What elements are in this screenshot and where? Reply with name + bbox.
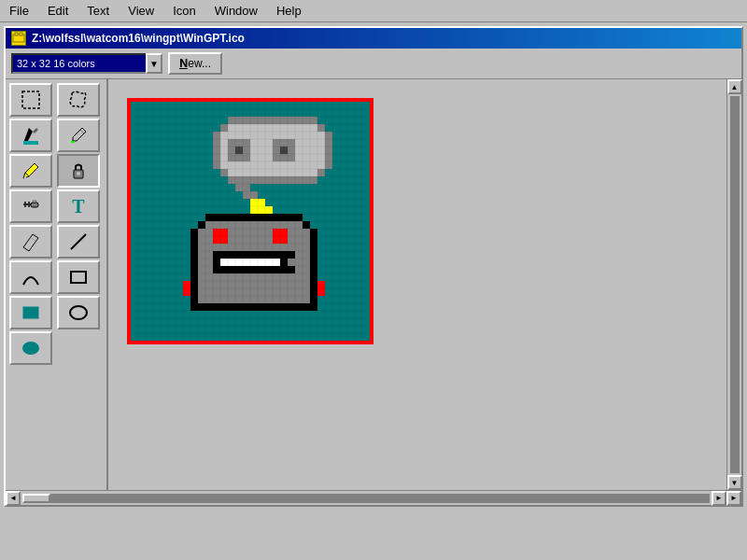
rect-filled-tool[interactable] (9, 296, 52, 329)
svg-point-22 (70, 306, 87, 319)
eyedropper-tool[interactable] (57, 119, 100, 152)
svg-rect-2 (20, 33, 22, 35)
svg-rect-15 (31, 203, 38, 207)
ellipse-outline-tool[interactable] (57, 296, 100, 329)
text-tool[interactable]: T (57, 189, 100, 223)
icon-canvas-wrapper (127, 98, 374, 347)
app-icon (11, 31, 26, 46)
ellipse-filled-tool[interactable] (9, 331, 52, 365)
title-text: Z:\wolfssl\watcom16\wingpt\WinGPT.ico (32, 32, 245, 45)
scroll-up-button[interactable]: ▲ (727, 79, 742, 94)
title-bar: Z:\wolfssl\watcom16\wingpt\WinGPT.ico (6, 28, 741, 49)
right-scrollbar: ▲ ▼ (726, 79, 741, 490)
red-border (127, 98, 374, 344)
select-rect-tool[interactable] (9, 83, 52, 117)
content-area: T (6, 79, 741, 490)
curve-tool[interactable] (9, 260, 52, 294)
toolbox: T (6, 79, 108, 490)
scroll-right-button[interactable]: ► (726, 491, 741, 506)
svg-rect-17 (33, 201, 36, 203)
main-window: Z:\wolfssl\watcom16\wingpt\WinGPT.ico 32… (4, 26, 743, 507)
scroll-down-button[interactable]: ▼ (727, 475, 742, 490)
svg-point-13 (24, 205, 26, 207)
select-free-tool[interactable] (57, 83, 100, 117)
spray-tool[interactable] (9, 189, 52, 223)
menu-window[interactable]: Window (209, 2, 263, 20)
menu-help[interactable]: Help (271, 2, 307, 20)
eraser-tool[interactable] (9, 225, 52, 259)
toolbar: 32 x 32 16 colors ▼ NNew... (6, 49, 741, 79)
canvas-area[interactable] (108, 79, 726, 490)
menu-icon[interactable]: Icon (167, 2, 202, 20)
svg-point-14 (24, 202, 26, 203)
size-label: 32 x 32 16 colors (17, 58, 95, 69)
scroll-left-button[interactable]: ◄ (6, 491, 21, 506)
svg-rect-21 (23, 307, 38, 318)
line-tool[interactable] (57, 225, 100, 259)
size-dropdown-arrow[interactable]: ▼ (146, 53, 162, 74)
svg-point-12 (28, 205, 30, 207)
svg-rect-3 (22, 91, 39, 108)
menu-view[interactable]: View (122, 2, 160, 20)
h-scrollbar-track[interactable] (22, 494, 710, 503)
svg-point-9 (77, 172, 80, 175)
h-scrollbar: ◄ ► ► (6, 490, 741, 505)
svg-rect-4 (23, 141, 38, 145)
rect-outline-tool[interactable] (57, 260, 100, 294)
new-button-label: New... (180, 57, 211, 70)
svg-rect-1 (15, 33, 18, 35)
menu-bar: File Edit Text View Icon Window Help (0, 0, 747, 22)
scroll-right-end-button[interactable]: ► (712, 491, 726, 506)
svg-rect-6 (71, 141, 75, 143)
pencil-tool[interactable] (9, 154, 52, 188)
new-button[interactable]: NNew... (168, 52, 222, 75)
h-scrollbar-thumb[interactable] (22, 494, 50, 503)
fill-tool[interactable] (9, 119, 52, 152)
size-dropdown-display: 32 x 32 16 colors (11, 53, 151, 74)
svg-line-19 (71, 234, 86, 249)
svg-rect-20 (71, 272, 86, 283)
svg-point-11 (28, 202, 30, 203)
menu-edit[interactable]: Edit (42, 2, 74, 20)
menu-file[interactable]: File (4, 2, 35, 20)
svg-point-23 (22, 342, 39, 355)
v-scrollbar-track[interactable] (730, 96, 740, 473)
icon-canvas[interactable] (131, 102, 370, 341)
menu-text[interactable]: Text (81, 2, 115, 20)
lock-tool[interactable] (57, 154, 100, 188)
